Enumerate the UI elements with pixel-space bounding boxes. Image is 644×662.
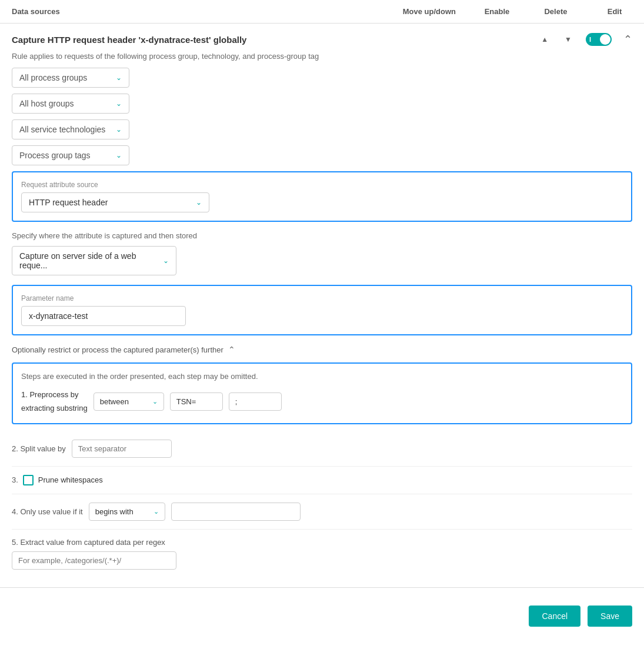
- parameter-name-box: Parameter name: [12, 285, 632, 335]
- divider-3: [12, 494, 632, 494]
- begins-with-input[interactable]: [171, 503, 301, 521]
- step1-input1[interactable]: [170, 392, 223, 411]
- begins-with-dropdown[interactable]: begins with ⌄: [89, 503, 165, 521]
- divider-2: [12, 466, 632, 467]
- main-content: Capture HTTP request header 'x-dynatrace…: [0, 24, 644, 587]
- prune-whitespaces-checkbox[interactable]: [23, 475, 34, 485]
- move-label: Move up/down: [403, 7, 456, 16]
- parameter-input[interactable]: [21, 306, 186, 326]
- process-groups-chevron: ⌄: [116, 74, 122, 82]
- process-group-tags-dropdown[interactable]: Process group tags ⌄: [12, 145, 129, 165]
- step5-regex-input[interactable]: [12, 551, 176, 570]
- rule-title-row: Capture HTTP request header 'x-dynatrace…: [12, 33, 632, 46]
- save-button[interactable]: Save: [588, 606, 632, 627]
- step2-block: 2. Split value by: [12, 434, 632, 458]
- step1-row: 1. Preprocess by extracting substring be…: [21, 389, 623, 415]
- collapse-button[interactable]: ⌃: [623, 33, 632, 46]
- toggle-label: I: [589, 36, 591, 43]
- edit-label: Edit: [597, 7, 632, 16]
- step5-label-text: 5. Extract value from captured data per …: [12, 538, 165, 547]
- host-groups-value: All host groups: [19, 99, 74, 108]
- process-groups-value: All process groups: [19, 73, 87, 82]
- toggle-knob: [600, 34, 610, 45]
- step1-chevron: ⌄: [152, 398, 158, 405]
- enable-toggle[interactable]: I: [586, 33, 612, 46]
- capture-chevron: ⌄: [163, 257, 169, 265]
- request-attribute-value: HTTP request header: [29, 198, 108, 207]
- request-attribute-box: Request attribute source HTTP request he…: [12, 171, 632, 222]
- capture-dropdown[interactable]: Capture on server side of a web reque...…: [12, 246, 176, 275]
- step3-block: 3. Prune whitespaces: [12, 475, 632, 485]
- steps-box: Steps are executed in the order presente…: [12, 362, 632, 424]
- table-header: Data sources Move up/down Enable Delete …: [0, 0, 644, 24]
- step1-input2[interactable]: [229, 392, 282, 411]
- step4-label: 4. Only use value if it: [12, 507, 83, 516]
- divider-4: [12, 529, 632, 530]
- specify-text: Specify where the attribute is captured …: [12, 231, 632, 240]
- process-groups-dropdown[interactable]: All process groups ⌄: [12, 68, 129, 88]
- rule-subtitle: Rule applies to requests of the followin…: [12, 52, 632, 61]
- collapse-restrict-button[interactable]: ⌃: [228, 345, 235, 354]
- header-actions: Move up/down Enable Delete Edit: [403, 7, 632, 16]
- service-technologies-value: All service technologies: [19, 125, 105, 134]
- begins-with-value: begins with: [95, 507, 134, 516]
- host-groups-dropdown[interactable]: All host groups ⌄: [12, 94, 129, 114]
- step1-line2: extracting substring: [21, 402, 88, 415]
- service-technologies-chevron: ⌄: [116, 125, 122, 134]
- steps-info: Steps are executed in the order presente…: [21, 372, 623, 381]
- prune-label: Prune whitespaces: [38, 475, 103, 484]
- move-down-button[interactable]: ▼: [562, 34, 574, 45]
- service-technologies-dropdown[interactable]: All service technologies ⌄: [12, 119, 129, 139]
- parameter-label: Parameter name: [21, 294, 623, 302]
- capture-value: Capture on server side of a web reque...: [19, 251, 163, 270]
- step2-separator-input[interactable]: [72, 440, 172, 458]
- request-attribute-label: Request attribute source: [21, 181, 623, 189]
- move-up-button[interactable]: ▲: [539, 34, 550, 45]
- step1-between-value: between: [100, 397, 129, 406]
- step5-label: 5. Extract value from captured data per …: [12, 538, 632, 547]
- step1-line1: 1. Preprocess by: [21, 389, 88, 401]
- request-attribute-dropdown[interactable]: HTTP request header ⌄: [21, 192, 209, 212]
- step1-between-dropdown[interactable]: between ⌄: [94, 392, 164, 411]
- restrict-label: Optionally restrict or process the captu…: [12, 345, 223, 354]
- step5-block: 5. Extract value from captured data per …: [12, 538, 632, 570]
- host-groups-chevron: ⌄: [116, 99, 122, 108]
- step4-row: 4. Only use value if it begins with ⌄: [12, 503, 632, 521]
- enable-label: Enable: [479, 7, 515, 16]
- step1-label-group: 1. Preprocess by extracting substring: [21, 389, 88, 415]
- data-sources-label: Data sources: [12, 7, 403, 16]
- restrict-header: Optionally restrict or process the captu…: [12, 345, 632, 354]
- process-group-tags-value: Process group tags: [19, 151, 91, 160]
- begins-with-chevron: ⌄: [154, 508, 159, 515]
- step3-row: 3. Prune whitespaces: [12, 475, 632, 485]
- rule-title-text: Capture HTTP request header 'x-dynatrace…: [12, 35, 246, 45]
- delete-label: Delete: [538, 7, 573, 16]
- step4-block: 4. Only use value if it begins with ⌄: [12, 503, 632, 521]
- cancel-button[interactable]: Cancel: [529, 606, 580, 627]
- footer-actions: Cancel Save: [0, 594, 644, 638]
- process-group-tags-chevron: ⌄: [116, 151, 122, 159]
- step2-label: 2. Split value by: [12, 444, 66, 453]
- request-attribute-chevron: ⌄: [196, 198, 202, 207]
- step3-num: 3.: [12, 475, 18, 484]
- step2-row: 2. Split value by: [12, 440, 632, 458]
- rule-controls: ▲ ▼ I ⌃: [539, 33, 632, 46]
